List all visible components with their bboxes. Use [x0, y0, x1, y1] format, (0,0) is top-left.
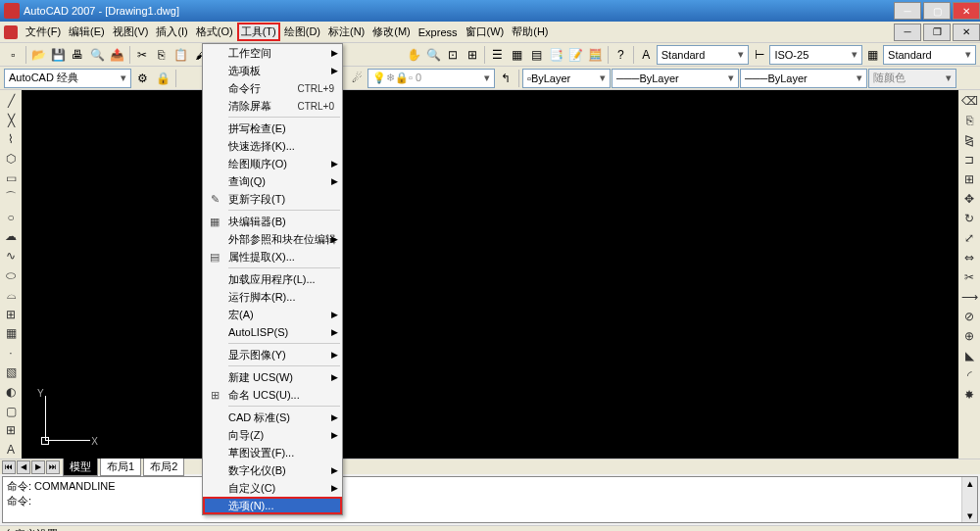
revcloud-icon[interactable]: ☁ [2, 228, 20, 246]
spline-icon[interactable]: ∿ [2, 247, 20, 265]
dropdown-item[interactable]: 清除屏幕CTRL+0 [203, 97, 342, 115]
dropdown-item[interactable]: ✎更新字段(T) [203, 190, 342, 208]
command-line[interactable]: 命令: COMMANDLINE 命令: ▴▾ [2, 476, 978, 523]
dropdown-item[interactable]: 选项(N)... [203, 497, 342, 514]
line-icon[interactable]: ╱ [2, 92, 20, 110]
scale-icon[interactable]: ⤢ [960, 229, 978, 247]
dropdown-item[interactable]: CAD 标准(S)▶ [203, 409, 342, 426]
doc-restore-button[interactable]: ❐ [923, 24, 951, 41]
mtext-icon[interactable]: A [2, 441, 20, 459]
array-icon[interactable]: ⊞ [960, 170, 978, 188]
menu-express[interactable]: Express [415, 24, 462, 40]
stretch-icon[interactable]: ⇔ [960, 249, 978, 266]
polygon-icon[interactable]: ⬡ [2, 150, 20, 168]
workspace-combo[interactable]: AutoCAD 经典▾ [4, 69, 131, 88]
menu-edit[interactable]: 编辑(E) [65, 23, 109, 41]
fillet-icon[interactable]: ◜ [960, 366, 978, 384]
dropdown-item[interactable]: 草图设置(F)... [203, 444, 342, 461]
cut-icon[interactable]: ✂ [133, 45, 152, 65]
dropdown-item[interactable]: 绘图顺序(O)▶ [203, 155, 342, 172]
make-block-icon[interactable]: ▦ [2, 325, 20, 343]
ellipse-arc-icon[interactable]: ⌓ [2, 286, 20, 304]
xline-icon[interactable]: ╳ [2, 112, 20, 129]
tab-next-button[interactable]: ▶ [31, 460, 45, 474]
arc-icon[interactable]: ⌒ [2, 189, 20, 207]
menu-file[interactable]: 文件(F) [22, 23, 65, 41]
menu-format[interactable]: 格式(O) [192, 23, 237, 41]
tool-palettes-icon[interactable]: ▤ [527, 45, 546, 65]
hatch-icon[interactable]: ▧ [2, 363, 20, 381]
rectangle-icon[interactable]: ▭ [2, 169, 20, 187]
zoom-win-icon[interactable]: ⊡ [444, 45, 463, 65]
save-icon[interactable]: 💾 [49, 45, 68, 65]
dropdown-item[interactable]: 数字化仪(B)▶ [203, 461, 342, 479]
dropdown-item[interactable]: 查询(Q)▶ [203, 172, 342, 190]
dropdown-item[interactable]: ▤属性提取(X)... [203, 248, 342, 266]
table-style-combo[interactable]: Standard▾ [883, 45, 976, 65]
explode-icon[interactable]: ✸ [960, 386, 978, 404]
layer-manager-icon[interactable]: ☄ [347, 69, 367, 88]
dim-style-icon[interactable]: ⊢ [750, 45, 768, 65]
break-icon[interactable]: ⊘ [960, 308, 978, 325]
table-icon[interactable]: ⊞ [2, 422, 20, 440]
layer-prev-icon[interactable]: ↰ [496, 69, 515, 88]
print-icon[interactable]: 🖶 [69, 45, 87, 65]
preview-icon[interactable]: 🔍 [88, 45, 107, 65]
rotate-icon[interactable]: ↻ [960, 210, 978, 227]
tab-prev-button[interactable]: ◀ [17, 460, 30, 474]
calc-icon[interactable]: 🧮 [586, 45, 605, 65]
tab-layout1[interactable]: 布局1 [100, 458, 141, 476]
menu-view[interactable]: 视图(V) [109, 23, 153, 41]
markup-icon[interactable]: 📝 [566, 45, 585, 65]
design-center-icon[interactable]: ▦ [508, 45, 526, 65]
dropdown-item[interactable]: 快速选择(K)... [203, 137, 342, 155]
gradient-icon[interactable]: ◐ [2, 383, 20, 401]
dropdown-item[interactable]: 宏(A)▶ [203, 306, 342, 323]
copy-icon[interactable]: ⎘ [152, 45, 171, 65]
dropdown-item[interactable]: 命令行CTRL+9 [203, 79, 342, 97]
menu-modify[interactable]: 修改(M) [368, 23, 415, 41]
copy-obj-icon[interactable]: ⎘ [960, 112, 978, 129]
help-icon[interactable]: ? [612, 45, 630, 65]
offset-icon[interactable]: ⊐ [960, 151, 978, 169]
tab-layout2[interactable]: 布局2 [143, 458, 184, 476]
menu-tools[interactable]: 工具(T) [237, 23, 280, 41]
dropdown-item[interactable]: 选项板▶ [203, 62, 342, 79]
ellipse-icon[interactable]: ⬭ [2, 266, 20, 284]
erase-icon[interactable]: ⌫ [960, 92, 978, 110]
publish-icon[interactable]: 📤 [108, 45, 126, 65]
linetype-combo[interactable]: ─── ByLayer▾ [612, 69, 739, 88]
close-button[interactable]: ✕ [953, 2, 980, 20]
doc-close-button[interactable]: ✕ [953, 24, 980, 41]
menu-dimension[interactable]: 标注(N) [324, 23, 368, 41]
cmd-scrollbar[interactable]: ▴▾ [961, 477, 977, 522]
open-icon[interactable]: 📂 [29, 45, 48, 65]
doc-minimize-button[interactable]: ─ [894, 24, 921, 41]
lineweight-combo[interactable]: ─── ByLayer▾ [740, 69, 867, 88]
pan-icon[interactable]: ✋ [405, 45, 423, 65]
new-icon[interactable]: ▫ [4, 45, 23, 65]
zoom-prev-icon[interactable]: ⊞ [464, 45, 482, 65]
dropdown-item[interactable]: 自定义(C)▶ [203, 479, 342, 497]
plotstyle-combo[interactable]: 随颜色▾ [868, 69, 956, 88]
region-icon[interactable]: ▢ [2, 403, 20, 420]
table-style-icon[interactable]: ▦ [863, 45, 882, 65]
tab-model[interactable]: 模型 [63, 458, 98, 476]
properties-icon[interactable]: ☰ [488, 45, 507, 65]
drawing-canvas[interactable]: Y X [22, 90, 958, 459]
dropdown-item[interactable]: AutoLISP(S)▶ [203, 323, 342, 341]
menu-help[interactable]: 帮助(H) [508, 23, 552, 41]
circle-icon[interactable]: ○ [2, 209, 20, 226]
extend-icon[interactable]: ⟶ [960, 288, 978, 306]
sheet-set-icon[interactable]: 📑 [547, 45, 565, 65]
point-icon[interactable]: · [2, 344, 20, 362]
ws-settings-icon[interactable]: ⚙ [132, 69, 152, 88]
dropdown-item[interactable]: 工作空间▶ [203, 44, 342, 62]
text-style-combo[interactable]: Standard▾ [657, 45, 750, 65]
join-icon[interactable]: ⊕ [960, 327, 978, 345]
dropdown-item[interactable]: 拼写检查(E) [203, 120, 342, 137]
zoom-rt-icon[interactable]: 🔍 [424, 45, 443, 65]
minimize-button[interactable]: ─ [894, 2, 921, 20]
insert-block-icon[interactable]: ⊞ [2, 306, 20, 323]
tab-last-button[interactable]: ⏭ [46, 460, 60, 474]
